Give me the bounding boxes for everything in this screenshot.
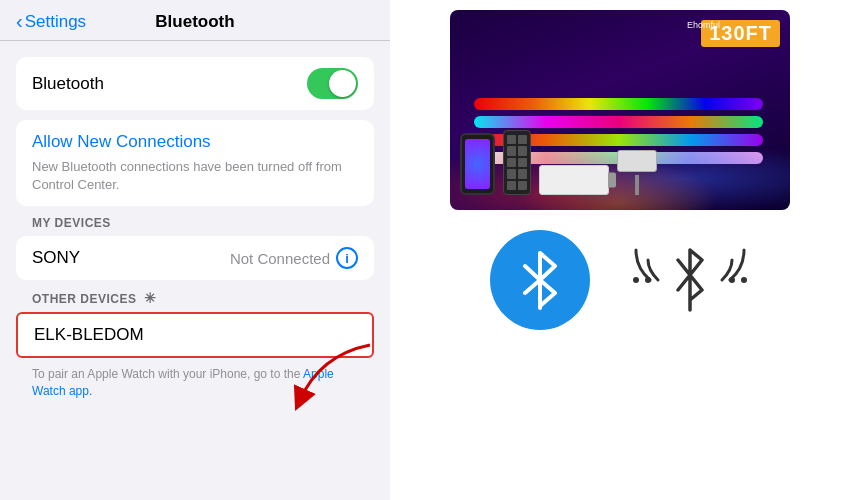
elk-bledom-row[interactable]: ELK-BLEDOM [16, 312, 374, 358]
settings-content: Bluetooth Allow New Connections New Blue… [0, 41, 390, 400]
loading-spinner-icon: ✳ [144, 290, 157, 306]
allow-connections-card: Allow New Connections New Bluetooth conn… [16, 120, 374, 206]
sony-device-status: Not Connected i [230, 247, 358, 269]
phone-device [460, 133, 495, 195]
power-adapter [617, 150, 657, 195]
svg-point-3 [741, 277, 747, 283]
remote-btn-10 [518, 181, 527, 190]
bluetooth-toggle[interactable] [307, 68, 358, 99]
led-strip-2 [474, 116, 763, 128]
bluetooth-label: Bluetooth [32, 74, 104, 94]
product-image: 130FT Ehomful [450, 10, 790, 210]
bluetooth-signal-icon [630, 240, 750, 320]
svg-point-0 [645, 277, 651, 283]
elk-bledom-name: ELK-BLEDOM [34, 325, 144, 345]
adapter-body [617, 150, 657, 172]
remote-btn-1 [507, 135, 516, 144]
sony-device-name: SONY [32, 248, 80, 268]
allow-connections-desc: New Bluetooth connections have been turn… [32, 158, 358, 194]
ios-settings-panel: ‹ Settings Bluetooth Bluetooth Allow New… [0, 0, 390, 500]
remote-btn-9 [507, 181, 516, 190]
nav-header: ‹ Settings Bluetooth [0, 0, 390, 41]
right-panel: 130FT Ehomful [390, 0, 850, 500]
sony-status-text: Not Connected [230, 250, 330, 267]
svg-point-1 [633, 277, 639, 283]
icons-row [410, 230, 830, 330]
my-devices-section-header: MY DEVICES [16, 216, 374, 236]
adapter-cable [635, 175, 639, 195]
remote-btn-5 [507, 158, 516, 167]
bluetooth-card: Bluetooth [16, 57, 374, 110]
remote-btn-2 [518, 135, 527, 144]
back-label: Settings [25, 12, 86, 32]
chevron-left-icon: ‹ [16, 10, 23, 33]
allow-connections-title[interactable]: Allow New Connections [32, 132, 358, 152]
my-devices-card: SONY Not Connected i [16, 236, 374, 280]
product-box-bg: 130FT Ehomful [450, 10, 790, 210]
remote-btn-6 [518, 158, 527, 167]
remote-btn-8 [518, 169, 527, 178]
back-button[interactable]: ‹ Settings [16, 11, 86, 33]
product-brand: Ehomful [687, 20, 720, 30]
bluetooth-svg [513, 248, 568, 313]
remote-btn-4 [518, 146, 527, 155]
page-title: Bluetooth [155, 12, 234, 32]
led-controller [539, 165, 609, 195]
remote-btn-3 [507, 146, 516, 155]
phone-screen [465, 139, 490, 189]
bluetooth-circle-icon [490, 230, 590, 330]
remote-device [503, 130, 531, 195]
remote-btn-7 [507, 169, 516, 178]
svg-point-2 [729, 277, 735, 283]
bluetooth-signal-svg [630, 240, 750, 320]
info-icon[interactable]: i [336, 247, 358, 269]
led-strip-1 [474, 98, 763, 110]
toggle-knob [329, 70, 356, 97]
sony-device-row[interactable]: SONY Not Connected i [16, 236, 374, 280]
controller-port [608, 173, 616, 188]
footer-text: To pair an Apple Watch with your iPhone,… [16, 366, 374, 400]
bluetooth-row: Bluetooth [16, 57, 374, 110]
other-devices-section-header: OTHER DEVICES ✳ [16, 290, 374, 312]
footer-description: To pair an Apple Watch with your iPhone,… [32, 367, 300, 381]
accessories-row [460, 130, 780, 195]
